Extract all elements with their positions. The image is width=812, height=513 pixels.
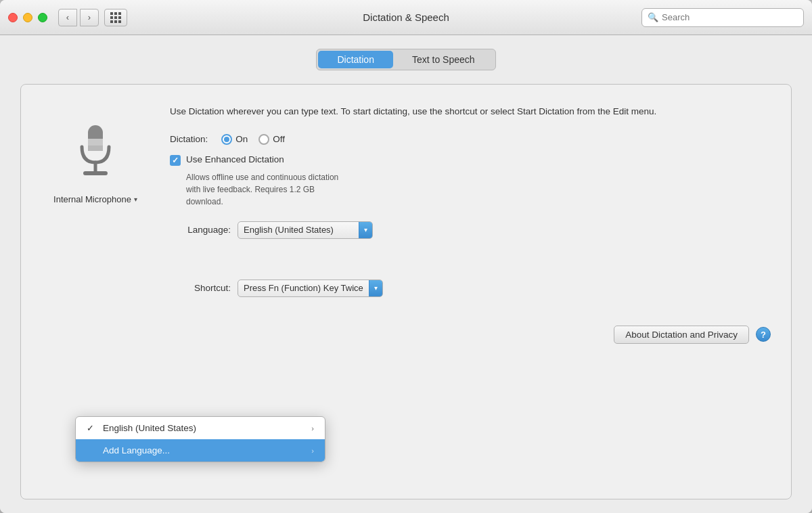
search-input[interactable] [662,12,798,22]
grid-button[interactable] [104,9,127,26]
tab-dictation[interactable]: Dictation [318,51,392,68]
enhanced-label: Use Enhanced Dictation [186,154,284,164]
dictation-on-option[interactable]: On [221,134,248,145]
tab-text-to-speech[interactable]: Text to Speech [393,51,494,68]
dropdown-item-english-arrow: › [311,424,314,432]
titlebar: ‹ › Dictation & Speech 🔍 [0,0,812,35]
window-title: Dictation & Speech [363,12,449,23]
nav-buttons: ‹ › [58,9,99,26]
enhanced-dictation-row: ✓ Use Enhanced Dictation [170,154,771,166]
language-row: Language: English (United States) ▾ [170,221,771,239]
microphone-name: Internal Microphone [53,194,131,204]
shortcut-value: Press Fn (Function) Key Twice [238,283,369,293]
dropdown-item-add-language[interactable]: Add Language... › [76,439,325,462]
dictation-label: Dictation: [170,134,208,144]
main-window: ‹ › Dictation & Speech 🔍 Dictation Text … [0,0,812,513]
maximize-button[interactable] [38,13,47,22]
shortcut-label: Shortcut: [170,283,231,293]
dropdown-check-icon: ✓ [87,423,97,433]
back-button[interactable]: ‹ [58,9,77,26]
minimize-button[interactable] [23,13,32,22]
dictation-toggle-row: Dictation: On Off [170,134,771,145]
language-dropdown[interactable]: English (United States) ▾ [238,221,373,239]
grid-icon [110,12,121,23]
microphone-dropdown-arrow: ▾ [134,196,137,203]
dropdown-item-english-label: English (United States) [103,423,196,433]
radio-on-circle[interactable] [221,134,232,145]
help-button[interactable]: ? [756,327,771,342]
microphone-icon [68,118,122,186]
bottom-bar: About Dictation and Privacy ? [170,305,771,344]
forward-button[interactable]: › [80,9,99,26]
radio-on-label: On [235,134,248,144]
content-area: Dictation Text to Speech [0,35,812,513]
main-panel: Internal Microphone ▾ Use Dictation wher… [20,84,792,499]
shortcut-row: Shortcut: Press Fn (Function) Key Twice … [170,280,771,297]
language-dropdown-popup: ✓ English (United States) › Add Language… [75,416,325,462]
about-privacy-button[interactable]: About Dictation and Privacy [614,326,749,344]
dictation-off-option[interactable]: Off [258,134,285,145]
dropdown-add-arrow: › [311,447,314,455]
description-text: Use Dictation wherever you can type text… [170,105,771,119]
shortcut-dropdown[interactable]: Press Fn (Function) Key Twice ▾ [238,280,383,297]
svg-rect-4 [83,171,108,175]
checkbox-check-icon: ✓ [172,156,179,165]
enhanced-checkbox[interactable]: ✓ [170,155,181,166]
search-icon: 🔍 [648,12,658,22]
shortcut-dropdown-arrow: ▾ [369,280,382,296]
search-box[interactable]: 🔍 [641,8,804,27]
tab-bar: Dictation Text to Speech [316,49,495,70]
language-label: Language: [170,225,231,235]
microphone-selector[interactable]: Internal Microphone ▾ [53,194,137,204]
microphone-svg [68,118,122,186]
close-button[interactable] [8,13,18,22]
traffic-lights [8,13,47,22]
dropdown-item-add-label: Add Language... [103,445,170,455]
right-column: Use Dictation wherever you can type text… [170,105,771,478]
enhanced-description: Allows offline use and continuous dictat… [186,171,771,208]
radio-off-circle[interactable] [258,134,269,145]
radio-off-label: Off [273,134,285,144]
language-selected-value: English (United States) [238,225,359,235]
language-dropdown-arrow: ▾ [359,222,372,238]
radio-on-fill [224,137,229,142]
dropdown-item-english[interactable]: ✓ English (United States) › [76,417,325,439]
